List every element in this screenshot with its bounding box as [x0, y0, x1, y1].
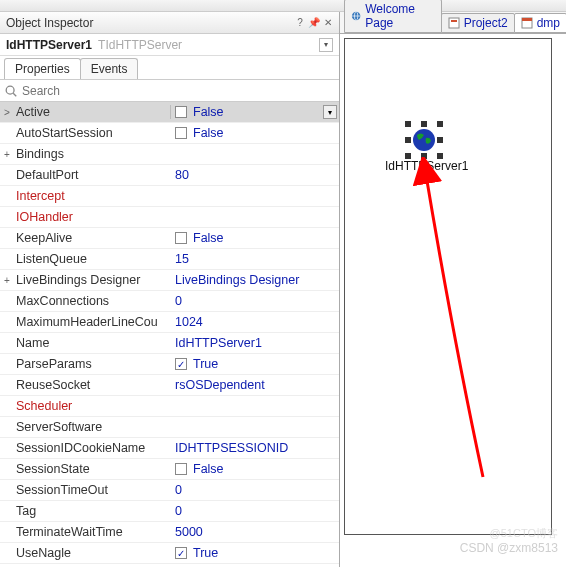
form-surface[interactable]: IdHTTPServer1: [344, 38, 552, 535]
prop-row-maxconnections[interactable]: MaxConnections0: [0, 291, 339, 312]
prop-value: 80: [175, 168, 189, 182]
watermark-2: @51CTO博客: [490, 526, 558, 541]
prop-value: LiveBindings Designer: [175, 273, 299, 287]
help-icon[interactable]: ?: [295, 18, 305, 28]
prop-row-serversoftware[interactable]: ServerSoftware: [0, 417, 339, 438]
chevron-down-icon[interactable]: ▾: [323, 105, 337, 119]
prop-value-cell[interactable]: 1024: [170, 315, 339, 329]
checkbox[interactable]: ✓: [175, 358, 187, 370]
checkbox[interactable]: [175, 127, 187, 139]
prop-name: Intercept: [14, 189, 170, 203]
prop-value: 0: [175, 483, 182, 497]
prop-row-listenqueue[interactable]: ListenQueue15: [0, 249, 339, 270]
tab-dmp-label: dmp: [537, 16, 560, 30]
close-icon[interactable]: ✕: [323, 18, 333, 28]
prop-name: MaximumHeaderLineCou: [14, 315, 170, 329]
prop-value-cell[interactable]: LiveBindings Designer: [170, 273, 339, 287]
prop-value: IdHTTPServer1: [175, 336, 262, 350]
prop-value-cell[interactable]: 0: [170, 483, 339, 497]
prop-row-tag[interactable]: Tag0: [0, 501, 339, 522]
prop-row-bindings[interactable]: +Bindings: [0, 144, 339, 165]
prop-value-cell[interactable]: 0: [170, 504, 339, 518]
prop-name: Active: [14, 105, 170, 119]
prop-value: False: [193, 462, 224, 476]
prop-name: DefaultPort: [14, 168, 170, 182]
prop-value: False: [193, 231, 224, 245]
prop-value: 5000: [175, 525, 203, 539]
expand-toggle[interactable]: +: [0, 275, 14, 286]
component-type: TIdHTTPServer: [98, 38, 182, 52]
prop-value-cell[interactable]: False: [170, 231, 339, 245]
prop-value-cell[interactable]: rsOSDependent: [170, 378, 339, 392]
prop-row-parseparams[interactable]: ParseParams✓True: [0, 354, 339, 375]
tab-properties[interactable]: Properties: [4, 58, 81, 79]
form-canvas[interactable]: IdHTTPServer1 @51CTO博客 CSDN @zxm8513: [340, 34, 566, 567]
checkbox[interactable]: [175, 463, 187, 475]
tab-events[interactable]: Events: [80, 58, 139, 79]
prop-row-sessiontimeout[interactable]: SessionTimeOut0: [0, 480, 339, 501]
prop-value-cell[interactable]: ✓True: [170, 546, 339, 560]
tab-dmp[interactable]: dmp: [514, 13, 566, 33]
prop-row-reusesocket[interactable]: ReuseSocketrsOSDependent: [0, 375, 339, 396]
svg-rect-6: [451, 20, 457, 22]
prop-name: MaxConnections: [14, 294, 170, 308]
checkbox[interactable]: [175, 232, 187, 244]
prop-row-maximumheaderlinecou[interactable]: MaximumHeaderLineCou1024: [0, 312, 339, 333]
tab-welcome[interactable]: Welcome Page: [344, 0, 442, 33]
prop-name: SessionState: [14, 462, 170, 476]
designer-tabs: Welcome Page Project2 dmp: [340, 12, 566, 34]
prop-row-scheduler[interactable]: Scheduler: [0, 396, 339, 417]
search-icon: [4, 84, 18, 98]
prop-row-sessionstate[interactable]: SessionStateFalse: [0, 459, 339, 480]
prop-value-cell[interactable]: False: [170, 462, 339, 476]
prop-row-defaultport[interactable]: DefaultPort80: [0, 165, 339, 186]
prop-row-iohandler[interactable]: IOHandler: [0, 207, 339, 228]
component-selector[interactable]: IdHTTPServer1 TIdHTTPServer ▾: [0, 34, 339, 56]
prop-row-sessionidcookiename[interactable]: SessionIDCookieNameIDHTTPSESSIONID: [0, 438, 339, 459]
checkbox[interactable]: ✓: [175, 547, 187, 559]
tab-project[interactable]: Project2: [441, 13, 515, 33]
prop-value: IDHTTPSESSIONID: [175, 441, 288, 455]
checkbox[interactable]: [175, 106, 187, 118]
search-row: [0, 80, 339, 102]
inspector-title: Object Inspector: [6, 16, 93, 30]
prop-value-cell[interactable]: False: [170, 126, 339, 140]
globe-icon: [351, 10, 361, 22]
prop-name: ServerSoftware: [14, 420, 170, 434]
chevron-down-icon[interactable]: ▾: [319, 38, 333, 52]
prop-row-autostartsession[interactable]: AutoStartSessionFalse: [0, 123, 339, 144]
annotation-arrow: [373, 157, 503, 497]
prop-row-intercept[interactable]: Intercept: [0, 186, 339, 207]
prop-value: False: [193, 105, 224, 119]
prop-value-cell[interactable]: IDHTTPSESSIONID: [170, 441, 339, 455]
idhttpserver-component[interactable]: [409, 125, 439, 155]
prop-value-cell[interactable]: IdHTTPServer1: [170, 336, 339, 350]
prop-value-cell[interactable]: 5000: [170, 525, 339, 539]
prop-value-cell[interactable]: 15: [170, 252, 339, 266]
prop-value: True: [193, 546, 218, 560]
prop-value-cell[interactable]: 0: [170, 294, 339, 308]
prop-row-terminatewaittime[interactable]: TerminateWaitTime5000: [0, 522, 339, 543]
svg-rect-5: [449, 18, 459, 28]
prop-value-cell[interactable]: 80: [170, 168, 339, 182]
expand-toggle[interactable]: +: [0, 149, 14, 160]
prop-row-usenagle[interactable]: UseNagle✓True: [0, 543, 339, 564]
prop-name: KeepAlive: [14, 231, 170, 245]
properties-grid: >ActiveFalse▾AutoStartSessionFalse+Bindi…: [0, 102, 339, 567]
search-input[interactable]: [22, 82, 335, 100]
prop-row-keepalive[interactable]: KeepAliveFalse: [0, 228, 339, 249]
selection-handles: [405, 121, 443, 159]
prop-row-active[interactable]: >ActiveFalse▾: [0, 102, 339, 123]
prop-row-livebindings-designer[interactable]: +LiveBindings DesignerLiveBindings Desig…: [0, 270, 339, 291]
prop-value-cell[interactable]: False▾: [170, 105, 339, 119]
prop-value: 0: [175, 294, 182, 308]
prop-row-name[interactable]: NameIdHTTPServer1: [0, 333, 339, 354]
prop-name: LiveBindings Designer: [14, 273, 170, 287]
prop-name: ListenQueue: [14, 252, 170, 266]
expand-toggle[interactable]: >: [0, 107, 14, 118]
pin-icon[interactable]: 📌: [309, 18, 319, 28]
prop-name: Scheduler: [14, 399, 170, 413]
prop-name: SessionIDCookieName: [14, 441, 170, 455]
prop-value-cell[interactable]: ✓True: [170, 357, 339, 371]
inspector-tabs: Properties Events: [0, 56, 339, 80]
